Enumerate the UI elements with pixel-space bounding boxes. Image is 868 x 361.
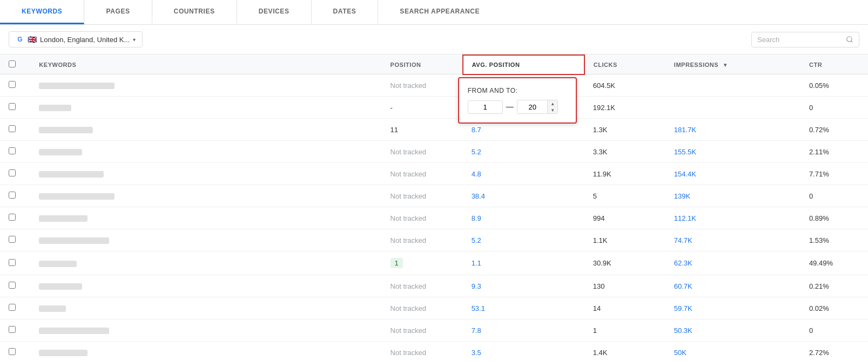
table-row: Not tracked5.23.3K155.5K2.11%	[0, 141, 868, 163]
impressions-value: 50.3K	[674, 326, 692, 335]
clicks-value: 604.5K	[593, 81, 615, 90]
row-checkbox-cell	[0, 275, 30, 297]
row-checkbox[interactable]	[9, 147, 16, 154]
row-checkbox[interactable]	[9, 259, 16, 266]
row-checkbox[interactable]	[9, 103, 16, 110]
avg-position-col-header[interactable]: AVG. POSITION From and to: — ▲ ▼	[463, 55, 584, 74]
row-checkbox[interactable]	[9, 81, 16, 88]
row-checkbox[interactable]	[9, 236, 16, 243]
tab-search-appearance[interactable]: SEARCH APPEARANCE	[378, 0, 501, 24]
keyword-cell	[30, 229, 381, 251]
row-checkbox[interactable]	[9, 326, 16, 333]
impressions-value: 112.1K	[674, 214, 696, 222]
clicks-cell: 192.1K	[584, 97, 665, 119]
ctr-cell: 0.05%	[800, 74, 868, 97]
row-checkbox-cell	[0, 229, 30, 251]
impressions-cell: 74.7K	[665, 229, 800, 251]
svg-point-0	[847, 37, 852, 42]
ctr-value: 0.05%	[809, 81, 829, 90]
not-tracked-label: Not tracked	[391, 236, 426, 244]
table-row: Not tracked53.11459.7K0.02%	[0, 297, 868, 319]
tab-countries[interactable]: COUNTRIES	[152, 0, 237, 24]
ctr-cell: 0	[800, 319, 868, 342]
spin-down-button[interactable]: ▼	[548, 107, 557, 113]
position-col-header: POSITION	[382, 55, 463, 74]
position-badge: 1	[391, 258, 403, 268]
clicks-cell: 994	[584, 207, 665, 229]
filter-to-container: ▲ ▼	[517, 100, 558, 114]
clicks-cell: 604.5K	[584, 74, 665, 97]
filter-to-input[interactable]	[517, 101, 547, 113]
ctr-cell: 49.49%	[800, 251, 868, 275]
table-row: 118.71.3K181.7K0.72%	[0, 119, 868, 141]
clicks-cell: 1.4K	[584, 342, 665, 362]
row-checkbox[interactable]	[9, 304, 16, 311]
avg-position-cell: 53.1	[463, 297, 584, 319]
ctr-cell: 2.72%	[800, 342, 868, 362]
position-value: 11	[391, 126, 398, 134]
tab-dates[interactable]: DATES	[312, 0, 379, 24]
clicks-cell: 11.9K	[584, 163, 665, 185]
ctr-value: 0.21%	[809, 282, 829, 290]
spin-buttons: ▲ ▼	[547, 100, 557, 113]
keyword-skeleton	[39, 127, 93, 133]
impressions-cell: 155.5K	[665, 141, 800, 163]
position-cell: Not tracked	[382, 163, 463, 185]
keyword-cell	[30, 141, 381, 163]
keyword-skeleton	[39, 237, 109, 244]
avg-position-value: 4.8	[472, 170, 481, 178]
clicks-cell: 1	[584, 319, 665, 342]
select-all-header[interactable]	[0, 55, 30, 74]
clicks-value: 30.9K	[593, 259, 611, 267]
position-cell: Not tracked	[382, 141, 463, 163]
keywords-table: KEYWORDS POSITION AVG. POSITION From and…	[0, 55, 868, 361]
row-checkbox-cell	[0, 97, 30, 119]
row-checkbox[interactable]	[9, 125, 16, 132]
not-tracked-label: Not tracked	[391, 304, 426, 312]
location-selector[interactable]: G 🇬🇧 London, England, United K... ▾	[9, 31, 143, 47]
ctr-cell: 0.02%	[800, 297, 868, 319]
table-row: Not tracked604.5K0.05%	[0, 74, 868, 97]
ctr-cell: 0	[800, 97, 868, 119]
tab-keywords[interactable]: KEYWORDS	[0, 0, 84, 24]
ctr-cell: 0.21%	[800, 275, 868, 297]
avg-position-cell: 5.2	[463, 229, 584, 251]
table-row: Not tracked3.51.4K50K2.72%	[0, 342, 868, 362]
row-checkbox-cell	[0, 319, 30, 342]
avg-position-value: 38.4	[472, 192, 485, 200]
spin-up-button[interactable]: ▲	[548, 100, 557, 107]
position-cell: Not tracked	[382, 319, 463, 342]
ctr-value: 0.72%	[809, 126, 829, 134]
ctr-cell: 2.11%	[800, 141, 868, 163]
keyword-skeleton	[39, 215, 88, 222]
clicks-cell: 3.3K	[584, 141, 665, 163]
select-all-checkbox[interactable]	[9, 60, 16, 67]
tab-pages[interactable]: PAGES	[84, 0, 152, 24]
row-checkbox[interactable]	[9, 348, 16, 355]
clicks-col-header: CLICKS	[584, 55, 665, 74]
keyword-skeleton	[39, 83, 115, 89]
avg-position-cell: 4.8	[463, 163, 584, 185]
impressions-col-header[interactable]: IMPRESSIONS ▼	[665, 55, 800, 74]
row-checkbox[interactable]	[9, 192, 16, 199]
row-checkbox-cell	[0, 74, 30, 97]
clicks-value: 5	[593, 192, 597, 200]
clicks-cell: 14	[584, 297, 665, 319]
ctr-value: 2.72%	[809, 349, 829, 357]
row-checkbox[interactable]	[9, 214, 16, 221]
impressions-cell: 50.3K	[665, 319, 800, 342]
avg-position-cell: 9.3	[463, 275, 584, 297]
search-input[interactable]	[757, 36, 846, 44]
tab-devices[interactable]: DEVICES	[237, 0, 312, 24]
table-row: Not tracked4.811.9K154.4K7.71%	[0, 163, 868, 185]
ctr-value: 0.89%	[809, 214, 829, 222]
table-row: Not tracked5.21.1K74.7K1.53%	[0, 229, 868, 251]
row-checkbox[interactable]	[9, 169, 16, 176]
avg-position-value: 1.1	[472, 259, 481, 267]
row-checkbox-cell	[0, 342, 30, 362]
not-tracked-label: Not tracked	[391, 81, 426, 90]
avg-position-value: 5.2	[472, 148, 481, 156]
filter-from-input[interactable]	[468, 100, 503, 114]
row-checkbox[interactable]	[9, 282, 16, 289]
table-body: Not tracked604.5K0.05%-192.1K0118.71.3K1…	[0, 74, 868, 362]
